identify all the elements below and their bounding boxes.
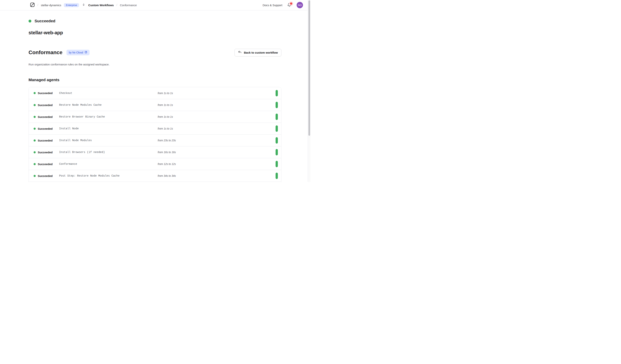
agent-step-row[interactable]: Succeeded Restore Node Modules Cache fro… xyxy=(29,99,281,111)
agent-step-row[interactable]: Succeeded Checkout from 1s to 1s xyxy=(29,87,281,99)
agent-step-row[interactable]: Succeeded Post Step: Restore Node Module… xyxy=(29,170,281,182)
workspace-switcher-button[interactable] xyxy=(82,3,86,7)
step-name: Install Node xyxy=(59,127,79,130)
step-timing: from 16s to 16s xyxy=(158,151,176,154)
workflow-title: Conformance xyxy=(29,49,62,55)
step-name: Checkout xyxy=(59,92,72,95)
status-dot-icon xyxy=(34,116,36,118)
back-button-label: Back to custom workflow xyxy=(244,51,278,54)
nx-cloud-logo-icon xyxy=(30,2,35,8)
step-status-label: Succeeded xyxy=(38,127,52,130)
step-timeline-bar[interactable] xyxy=(276,173,278,179)
chevron-up-down-icon xyxy=(82,3,85,7)
plan-badge: Enterprise xyxy=(64,3,79,7)
status-dot-icon xyxy=(34,163,36,165)
step-timing: from 1s to 1s xyxy=(158,103,173,107)
breadcrumb: / stellar-dynamics Enterprise Custom Wor… xyxy=(30,2,137,8)
step-timing: from 1s to 1s xyxy=(158,115,173,118)
step-name: Restore Node Modules Cache xyxy=(59,103,102,107)
step-status: Succeeded xyxy=(34,182,52,182)
workspace-title: stellar-web-app xyxy=(29,30,281,35)
back-to-custom-workflow-button[interactable]: Back to custom workflow xyxy=(234,49,281,56)
workflow-description: Run organization conformance rules on th… xyxy=(29,63,281,66)
agent-step-row[interactable]: Succeeded Post Step: Restore Browser Bin… xyxy=(29,182,281,182)
step-status: Succeeded xyxy=(34,123,52,134)
home-button[interactable] xyxy=(30,2,35,8)
by-nx-cloud-badge[interactable]: by Nx Cloud xyxy=(67,50,89,55)
step-status: Succeeded xyxy=(34,135,52,146)
step-timing: from 1s to 1s xyxy=(158,92,173,95)
workflow-header: Conformance by Nx Cloud xyxy=(29,45,281,60)
main-content: Succeeded stellar-web-app Conformance by… xyxy=(29,10,281,182)
notification-badge xyxy=(289,1,293,6)
step-status: Succeeded xyxy=(34,146,52,158)
status-dot-icon xyxy=(34,92,36,94)
status-dot-icon xyxy=(34,140,36,142)
agent-step-row[interactable]: Succeeded Install Node Modules from 23s … xyxy=(29,134,281,146)
breadcrumb-separator: / xyxy=(37,3,38,7)
step-status: Succeeded xyxy=(34,111,52,123)
step-name: Conformance xyxy=(59,162,77,165)
notifications-button[interactable] xyxy=(287,3,292,7)
step-status-label: Succeeded xyxy=(38,115,52,118)
status-dot-icon xyxy=(34,128,36,130)
step-timeline-bar[interactable] xyxy=(276,161,278,167)
step-timing: from 23s to 23s xyxy=(158,139,176,142)
external-link-icon xyxy=(85,51,87,54)
return-arrow-icon xyxy=(238,50,242,55)
step-name: Install Browsers (if needed) xyxy=(59,151,105,154)
managed-agents-list: Succeeded Checkout from 1s to 1s Succeed… xyxy=(29,87,281,182)
breadcrumb-separator: / xyxy=(116,3,117,7)
agent-step-row[interactable]: Succeeded Install Node from 1s to 1s xyxy=(29,123,281,134)
step-timeline-bar[interactable] xyxy=(276,102,278,108)
step-name: Restore Browser Binary Cache xyxy=(59,115,105,118)
agent-step-row[interactable]: Succeeded Install Browsers (if needed) f… xyxy=(29,146,281,158)
step-timing: from 12s to 12s xyxy=(158,162,176,165)
step-timing: from 1s to 1s xyxy=(158,127,173,130)
step-status-label: Succeeded xyxy=(38,162,52,166)
breadcrumb-section[interactable]: Custom Workflows xyxy=(88,3,114,7)
step-status-label: Succeeded xyxy=(38,174,52,177)
breadcrumb-workspace[interactable]: stellar-dynamics xyxy=(41,3,61,7)
breadcrumb-current-page: Conformance xyxy=(120,3,137,7)
step-status-label: Succeeded xyxy=(38,103,52,107)
scrollbar-track[interactable] xyxy=(308,0,310,182)
run-status: Succeeded xyxy=(29,19,281,23)
step-timeline-bar[interactable] xyxy=(276,137,278,143)
step-name: Install Node Modules xyxy=(59,139,92,142)
agent-step-row[interactable]: Succeeded Restore Browser Binary Cache f… xyxy=(29,111,281,123)
step-status: Succeeded xyxy=(34,170,52,182)
step-status: Succeeded xyxy=(34,158,52,170)
run-status-label: Succeeded xyxy=(34,19,55,23)
scrollbar-thumb[interactable] xyxy=(309,0,310,136)
agent-step-row[interactable]: Succeeded Conformance from 12s to 12s xyxy=(29,158,281,170)
step-status: Succeeded xyxy=(34,99,52,111)
step-timing: from 34s to 34s xyxy=(158,174,176,177)
top-bar-actions: Docs & Support NO xyxy=(263,2,303,8)
step-timeline-bar[interactable] xyxy=(276,114,278,120)
status-dot-icon xyxy=(34,175,36,177)
step-status-label: Succeeded xyxy=(38,139,52,142)
step-timeline-bar[interactable] xyxy=(276,149,278,155)
step-status-label: Succeeded xyxy=(38,92,52,95)
nx-cloud-app: / stellar-dynamics Enterprise Custom Wor… xyxy=(0,0,310,182)
step-timeline-bar[interactable] xyxy=(276,126,278,132)
step-timeline-bar[interactable] xyxy=(276,90,278,96)
step-status-label: Succeeded xyxy=(38,151,52,154)
docs-support-link[interactable]: Docs & Support xyxy=(263,3,282,7)
top-bar: / stellar-dynamics Enterprise Custom Wor… xyxy=(0,0,310,10)
managed-agents-heading: Managed agents xyxy=(29,78,281,82)
status-dot-icon xyxy=(34,151,36,153)
provider-badge-label: by Nx Cloud xyxy=(69,51,83,54)
step-status: Succeeded xyxy=(34,87,52,99)
status-dot-icon xyxy=(34,104,36,106)
status-dot-icon xyxy=(29,20,31,22)
step-name: Post Step: Restore Node Modules Cache xyxy=(59,174,120,177)
user-avatar[interactable]: NO xyxy=(297,2,303,8)
